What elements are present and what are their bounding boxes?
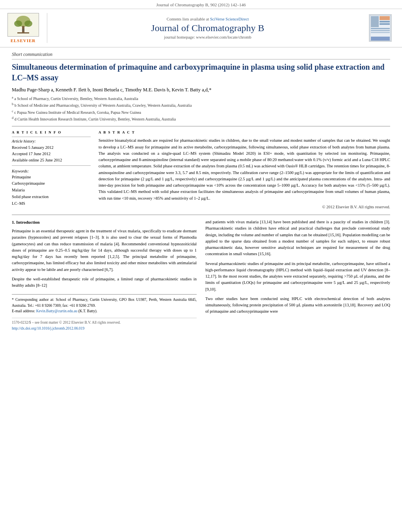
elsevier-brand: ELSEVIER [11,38,36,43]
right-para2: Several pharmacokinetic studies of prima… [205,261,390,293]
journal-citation: Journal of Chromatography B, 902 (2012) … [0,0,402,9]
elsevier-tree-logo [7,13,39,37]
affiliation-c: c c Papua New Guinea Institute of Medica… [12,109,390,115]
svg-rect-9 [380,16,390,20]
article-history-block: Article history: Received 5 January 2012… [12,137,91,165]
main-content: 1. Introduction Primaquine is an essenti… [12,219,390,333]
svg-rect-12 [371,28,390,29]
right-para1: and patients with vivax malaria [13,14] … [205,219,390,258]
info-abstract-section: A R T I C L E I N F O Article history: R… [12,126,390,209]
journal-header: ELSEVIER Contents lists available at Sci… [0,9,402,48]
svg-point-2 [24,20,32,27]
journal-logo-right [367,13,394,43]
citation-text: Journal of Chromatography B, 902 (2012) … [156,2,246,7]
keyword-malaria: Malaria [12,187,91,194]
intro-heading: 1. Introduction [12,219,197,226]
email-link[interactable]: Kevin.Batty@curtin.edu.au [36,309,78,313]
journal-info-center: Contents lists available at SciVerse Sci… [53,13,363,43]
abstract-heading: A B S T R A C T [99,130,390,134]
article-info-col: A R T I C L E I N F O Article history: R… [12,130,91,209]
keyword-primaquine: Primaquine [12,174,91,181]
svg-rect-14 [371,32,390,33]
intro-para2: Despite the well-established therapeutic… [12,276,197,289]
history-label: Article history: [12,139,91,143]
authors-line: Madhu Page-Sharp a, Kenneth F. Ilett b, … [12,87,390,93]
journal-title: Journal of Chromatography B [151,23,264,33]
keywords-block: Keywords: Primaquine Carboxyprimaquine M… [12,169,91,207]
svg-rect-8 [371,16,379,27]
sciencedirect-link[interactable]: SciVerse ScienceDirect [210,17,249,21]
affiliation-a: a a School of Pharmacy, Curtin Universit… [12,95,390,102]
abstract-col: A B S T R A C T Sensitive bioanalytical … [99,130,390,209]
footnotes: * Corresponding author at: School of Pha… [12,294,197,314]
sciencedirect-line: Contents lists available at SciVerse Sci… [167,17,249,21]
affiliation-b: b b School of Medicine and Pharmacology,… [12,102,390,108]
article-body: Short communication Simultaneous determi… [0,48,402,333]
elsevier-logo: ELSEVIER [4,13,47,43]
svg-rect-4 [17,32,29,33]
svg-rect-13 [371,30,390,31]
affiliations: a a School of Pharmacy, Curtin Universit… [12,95,390,122]
svg-rect-15 [371,37,390,41]
main-left-col: 1. Introduction Primaquine is an essenti… [12,219,197,333]
accepted-date: Accepted 17 June 2012 [12,151,91,157]
right-para3: Two other studies have been conducted us… [205,296,390,315]
doi-link[interactable]: http://dx.doi.org/10.1016/j.jchromb.2012… [12,326,84,330]
issn-line: 1570-0232/$ – see front matter © 2012 El… [12,320,197,326]
bottom-bar: 1570-0232/$ – see front matter © 2012 El… [12,318,197,333]
svg-point-1 [14,20,22,27]
keyword-carboxyprimaquine: Carboxyprimaquine [12,180,91,187]
received-date: Received 5 January 2012 [12,145,91,151]
online-date: Available online 25 June 2012 [12,157,91,163]
keywords-label: Keywords: [12,169,91,173]
svg-rect-11 [380,23,390,25]
article-type-label: Short communication [12,48,390,59]
article-title: Simultaneous determination of primaquine… [12,62,390,83]
section-divider [12,215,390,215]
affiliation-d: d d Curtin Health Innovation Research In… [12,116,390,122]
article-info-heading: A R T I C L E I N F O [12,130,91,134]
keyword-lcms: LC–MS [12,200,91,207]
doi-line: http://dx.doi.org/10.1016/j.jchromb.2012… [12,326,197,332]
keyword-spe: Solid phase extraction [12,194,91,200]
intro-para1: Primaquine is an essential therapeutic a… [12,228,197,273]
main-right-col: and patients with vivax malaria [13,14] … [205,219,390,333]
abstract-text: Sensitive bioanalytical methods are requ… [99,137,390,202]
journal-homepage: journal homepage: www.elsevier.com/locat… [164,35,251,39]
copyright-line: © 2012 Elsevier B.V. All rights reserved… [99,205,390,209]
svg-rect-10 [380,21,390,22]
footnote-email: E-mail address: Kevin.Batty@curtin.edu.a… [12,308,197,314]
svg-point-5 [22,29,24,31]
footnote-star: * Corresponding author at: School of Pha… [12,297,197,308]
jcb-cover-image [369,14,392,42]
